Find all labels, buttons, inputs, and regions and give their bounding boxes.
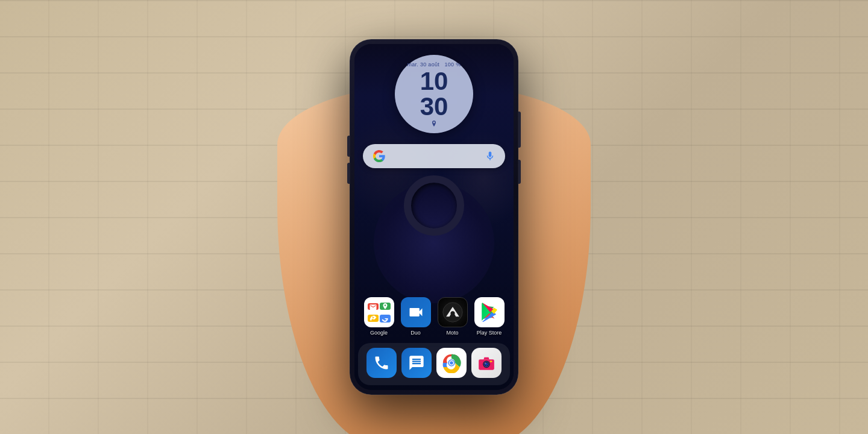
duo-app-icon	[401, 297, 431, 327]
app-item-playstore[interactable]: Play Store	[474, 297, 505, 336]
moto-app-label: Moto	[446, 330, 458, 336]
messages-app-icon	[401, 348, 432, 378]
playstore-app-icon	[474, 297, 505, 327]
dock-item-messages[interactable]	[401, 348, 432, 378]
dock-item-phone[interactable]	[366, 348, 397, 378]
svg-point-10	[486, 363, 487, 365]
google-app-label: Google	[370, 330, 388, 336]
clock-circle: mar. 30 août 100 % 10 30	[395, 55, 473, 133]
app-item-moto[interactable]: Moto	[438, 297, 468, 336]
app-dock	[358, 343, 510, 385]
google-search-bar[interactable]	[363, 144, 505, 168]
phone-shell: mar. 30 août 100 % 10 30	[350, 39, 518, 395]
svg-point-12	[485, 363, 486, 364]
volume-down-button[interactable]	[347, 163, 350, 184]
chrome-app-icon	[436, 348, 467, 378]
svg-point-5	[450, 361, 453, 365]
clock-time: 10 30	[420, 69, 448, 119]
google-app-icon	[364, 297, 394, 327]
duo-app-label: Duo	[410, 330, 421, 336]
app-grid: Google Duo	[354, 289, 514, 341]
app-item-google[interactable]: Google	[364, 297, 394, 336]
google-logo	[373, 149, 386, 163]
svg-rect-11	[490, 361, 492, 362]
phone-screen: mar. 30 août 100 % 10 30	[354, 44, 514, 390]
clock-widget[interactable]: mar. 30 août 100 % 10 30	[354, 55, 514, 133]
wallpaper-ring	[404, 175, 464, 236]
svg-point-1	[450, 311, 454, 315]
phone-device: mar. 30 août 100 % 10 30	[350, 39, 518, 395]
phone-app-icon	[366, 348, 397, 378]
camera-app-icon	[471, 348, 502, 378]
app-item-duo[interactable]: Duo	[401, 297, 431, 336]
volume-up-button[interactable]	[347, 136, 350, 157]
microphone-icon	[485, 151, 495, 162]
dock-item-chrome[interactable]	[436, 348, 467, 378]
status-bar	[354, 44, 514, 50]
clock-location	[432, 121, 436, 127]
dock-item-camera[interactable]	[471, 348, 502, 378]
playstore-app-label: Play Store	[477, 330, 502, 336]
moto-app-icon	[438, 297, 468, 327]
